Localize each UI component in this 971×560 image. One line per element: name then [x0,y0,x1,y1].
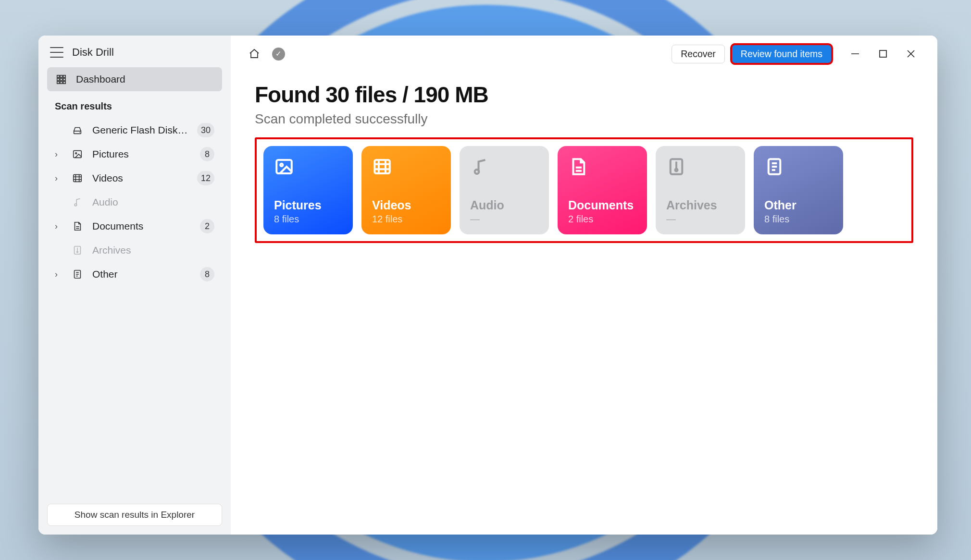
window-minimize-icon[interactable] [850,49,860,59]
window-close-icon[interactable] [906,49,916,59]
svg-rect-1 [60,75,62,78]
card-videos[interactable]: Videos12 files [361,146,451,234]
svg-rect-6 [57,82,60,84]
image-icon [71,149,84,159]
card-archives[interactable]: Archives— [656,146,745,234]
chevron-right-icon: › [55,173,62,183]
window-maximize-icon[interactable] [878,49,888,59]
svg-point-38 [475,170,479,174]
review-found-items-button[interactable]: Review found items [732,45,832,63]
toolbar: ✓ Recover Review found items [231,38,937,69]
sidebar-item-other[interactable]: ›Other8 [47,262,222,286]
sidebar-item-label: Generic Flash Disk USB D... [92,124,188,136]
card-other[interactable]: Other8 files [754,146,843,234]
music-icon [71,197,84,207]
doc-icon [71,221,84,231]
svg-point-11 [75,153,77,154]
menu-icon[interactable] [50,47,63,58]
sidebar-item-label: Other [92,268,191,280]
review-highlight: Review found items [732,45,832,63]
sidebar-item-archives: Archives [47,238,222,262]
svg-rect-12 [74,175,82,182]
zip-icon [71,245,84,256]
archive-icon [666,157,734,179]
sidebar-item-label: Pictures [92,148,191,160]
svg-rect-10 [74,151,82,158]
sidebar-item-label: Documents [92,220,191,232]
svg-rect-7 [60,82,62,84]
svg-rect-4 [60,78,62,81]
sidebar-item-label: Archives [92,244,214,256]
sidebar-item-label: Videos [92,172,188,184]
svg-point-32 [280,164,283,166]
sidebar-item-generic-flash-disk-usb-d[interactable]: Generic Flash Disk USB D...30 [47,118,222,142]
document-icon [568,157,636,179]
film-icon [372,157,440,179]
recover-button[interactable]: Recover [672,45,725,63]
svg-point-17 [75,204,77,206]
svg-rect-28 [880,50,886,57]
chevron-right-icon: › [55,149,62,159]
sidebar-item-videos[interactable]: ›Videos12 [47,166,222,190]
grid-icon [55,74,67,85]
count-badge: 30 [197,123,214,137]
svg-point-9 [79,132,80,133]
film-icon [71,173,84,183]
sidebar-item-label: Audio [92,196,214,208]
note-icon [71,269,84,280]
image-icon [274,157,342,179]
sidebar-item-audio: Audio [47,190,222,214]
sidebar-section-scan-results: Scan results [47,96,222,117]
main-panel: ✓ Recover Review found items Found 30 fi… [231,36,937,535]
svg-point-43 [675,169,678,171]
card-pictures[interactable]: Pictures8 files [263,146,353,234]
count-badge: 8 [200,147,214,161]
category-cards: Pictures8 files Videos12 files Audio— Do… [263,146,905,234]
app-title: Disk Drill [72,46,114,59]
chevron-right-icon: › [55,269,62,280]
sidebar-item-pictures[interactable]: ›Pictures8 [47,142,222,166]
chevron-right-icon: › [55,221,62,231]
svg-rect-31 [276,160,292,173]
svg-rect-3 [57,78,60,81]
drive-icon [71,125,84,135]
show-in-explorer-button[interactable]: Show scan results in Explorer [47,504,222,526]
note-icon [764,157,833,179]
svg-rect-8 [63,82,66,84]
svg-rect-0 [57,75,60,78]
category-cards-highlight: Pictures8 files Videos12 files Audio— Do… [255,137,913,243]
svg-rect-33 [374,160,390,173]
card-documents[interactable]: Documents2 files [558,146,647,234]
svg-point-22 [77,251,78,253]
music-icon [470,157,538,179]
sidebar: Disk Drill Dashboard Scan results Generi… [38,36,231,535]
count-badge: 12 [197,171,214,185]
count-badge: 2 [200,219,214,233]
card-audio[interactable]: Audio— [460,146,549,234]
sidebar-item-dashboard[interactable]: Dashboard [47,67,222,91]
count-badge: 8 [200,267,214,281]
app-window: Disk Drill Dashboard Scan results Generi… [38,36,937,535]
sidebar-item-documents[interactable]: ›Documents2 [47,214,222,238]
svg-rect-5 [63,78,66,81]
home-icon[interactable] [248,48,261,60]
status-check-icon[interactable]: ✓ [272,48,285,61]
sidebar-item-label: Dashboard [76,73,214,85]
page-subtitle: Scan completed successfully [255,111,913,127]
page-headline: Found 30 files / 190 MB [255,82,913,108]
svg-rect-2 [63,75,66,78]
